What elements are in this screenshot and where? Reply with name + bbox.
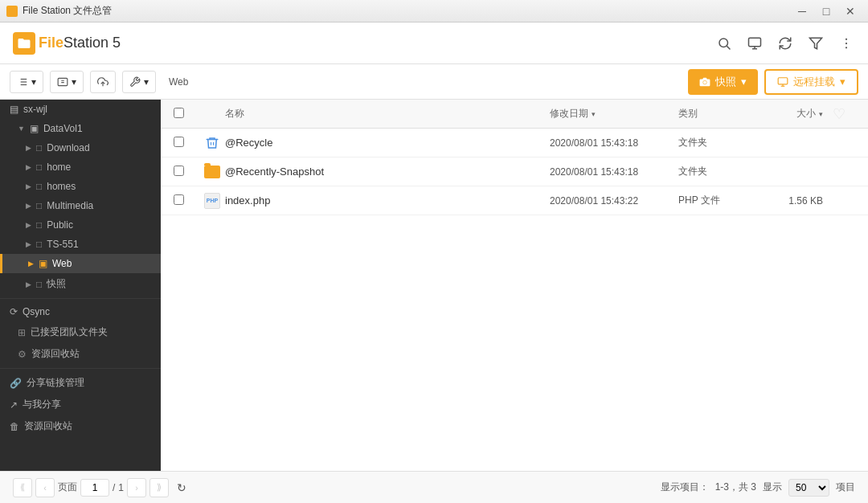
list-view-arrow: ▾: [31, 76, 36, 88]
public-arrow: ▶: [26, 221, 31, 229]
file-table-header: 名称 修改日期 ▾ 类别 大小 ▾ ♡: [161, 100, 868, 129]
more-icon[interactable]: [837, 35, 855, 52]
maximize-button[interactable]: □: [815, 3, 837, 19]
sidebar-item-qsync[interactable]: ⟳ Qsync: [0, 302, 161, 321]
filter-icon[interactable]: [807, 35, 825, 52]
row-check-2[interactable]: [174, 166, 199, 178]
sidebar-item-received[interactable]: ⊞ 已接受团队文件夹: [0, 321, 161, 343]
sidebar-item-qsync-recycle[interactable]: ⚙ 资源回收站: [0, 343, 161, 365]
sidebar-item-datavol1[interactable]: ▼ ▣ DataVol1: [0, 119, 161, 138]
row-checkbox-1[interactable]: [174, 137, 184, 147]
pagination-refresh-button[interactable]: ↻: [172, 478, 191, 497]
page-input[interactable]: [80, 479, 109, 497]
public-folder-icon: □: [36, 219, 42, 231]
remote-mount-arrow: ▾: [840, 76, 845, 88]
close-button[interactable]: ✕: [839, 3, 862, 19]
header-actions: [715, 35, 855, 52]
sidebar-item-public[interactable]: ▶ □ Public: [0, 215, 161, 235]
camera-icon: [699, 76, 710, 88]
sidebar-item-web[interactable]: ▶ ▣ Web: [0, 254, 161, 273]
row-check-3[interactable]: [174, 194, 199, 207]
titlebar-left: File Station 文件总管: [6, 4, 112, 18]
app-icon: [6, 6, 18, 17]
heart-icon[interactable]: ♡: [833, 105, 845, 123]
header-heart-col: ♡: [823, 105, 855, 123]
sharelink-icon: 🔗: [10, 378, 22, 389]
download-folder-icon: □: [36, 142, 42, 153]
sidebar-item-download[interactable]: ▶ □ Download: [0, 138, 161, 157]
list-view-button[interactable]: ▾: [10, 71, 43, 93]
remote-mount-button[interactable]: 远程挂载 ▾: [764, 69, 858, 95]
row-name-3[interactable]: index.php: [225, 194, 550, 207]
remote-icon: [777, 76, 788, 88]
sidebar-item-home[interactable]: ▶ □ home: [0, 157, 161, 177]
search-icon[interactable]: [715, 35, 733, 52]
row-date-3: 2020/08/01 15:43:22: [550, 195, 678, 207]
row-date-2: 2020/08/01 15:43:18: [550, 166, 678, 178]
homes-folder-icon: □: [36, 181, 42, 192]
toolbar-right: 快照 ▾ 远程挂载 ▾: [688, 69, 858, 95]
empty-space: [161, 215, 868, 471]
row-checkbox-2[interactable]: [174, 166, 184, 176]
quick-arrow: ▶: [26, 280, 31, 288]
logo-file: File: [39, 35, 63, 51]
footer: ⟪ ‹ 页面 / 1 › ⟫ ↻ 显示项目： 1-3，共 3 显示 50 25 …: [0, 471, 868, 503]
svg-point-0: [719, 39, 728, 47]
ts551-label: TS-551: [47, 239, 78, 250]
quick-snapshot-button[interactable]: 快照 ▾: [688, 69, 758, 95]
download-label: Download: [47, 142, 89, 153]
row-name-1[interactable]: @Recycle: [225, 137, 550, 149]
header-date[interactable]: 修改日期 ▾: [550, 107, 678, 121]
sidebar-item-homes[interactable]: ▶ □ homes: [0, 177, 161, 196]
sharelink-label: 分享链接管理: [27, 376, 84, 390]
select-all-checkbox[interactable]: [174, 108, 184, 118]
per-page-select[interactable]: 50 25 100: [788, 479, 829, 497]
create-arrow: ▾: [72, 76, 76, 88]
refresh-icon[interactable]: [776, 35, 794, 52]
prev-page-button[interactable]: ‹: [35, 478, 55, 497]
create-button[interactable]: ▾: [50, 71, 84, 93]
homes-arrow: ▶: [26, 182, 31, 190]
sidebar-item-multimedia[interactable]: ▶ □ Multimedia: [0, 196, 161, 215]
svg-point-8: [845, 47, 847, 48]
table-row: @Recycle 2020/08/01 15:43:18 文件夹: [161, 129, 868, 157]
logo-icon: [13, 32, 35, 55]
svg-point-17: [703, 80, 707, 84]
row-checkbox-3[interactable]: [174, 194, 184, 205]
header-name: 名称: [225, 107, 550, 121]
toolbar-left: ▾ ▾ ▾ Web: [10, 71, 188, 93]
sidebar: ▤ sx-wjl ▼ ▣ DataVol1 ▶ □ Download ▶ □ h…: [0, 100, 161, 471]
next-page-button[interactable]: ›: [127, 478, 146, 497]
row-check-1[interactable]: [174, 137, 199, 149]
web-arrow: ▶: [28, 260, 34, 268]
sidebar-item-sharelink[interactable]: 🔗 分享链接管理: [0, 372, 161, 394]
home-label: home: [47, 162, 71, 173]
sidebar-item-server[interactable]: ▤ sx-wjl: [0, 100, 161, 119]
sidebar-divider2: [0, 368, 161, 369]
display-icon[interactable]: [746, 35, 764, 52]
row-date-1: 2020/08/01 15:43:18: [550, 137, 678, 149]
titlebar-controls: ─ □ ✕: [791, 3, 862, 19]
header: FileStation 5: [0, 22, 868, 64]
qsync-icon: ⟳: [10, 306, 18, 317]
row-name-2[interactable]: @Recently-Snapshot: [225, 166, 550, 178]
quick-label: 快照: [47, 277, 66, 291]
first-page-button[interactable]: ⟪: [13, 478, 32, 497]
sidebar-item-quick[interactable]: ▶ □ 快照: [0, 273, 161, 295]
minimize-button[interactable]: ─: [791, 3, 813, 19]
sort-date-icon: ▾: [592, 110, 596, 118]
last-page-button[interactable]: ⟫: [149, 478, 169, 497]
pagination-refresh-icon: ↻: [177, 481, 186, 494]
tools-button[interactable]: ▾: [122, 71, 156, 93]
sidebar-item-ts551[interactable]: ▶ □ TS-551: [0, 235, 161, 254]
sidebar-item-trash[interactable]: 🗑 资源回收站: [0, 415, 161, 437]
datavol1-arrow: ▼: [18, 125, 25, 133]
header-check[interactable]: [174, 108, 199, 121]
sidebar-item-share[interactable]: ↗ 与我分享: [0, 394, 161, 415]
tools-arrow: ▾: [144, 76, 149, 88]
qsync-label: Qsync: [23, 306, 50, 317]
quick-snapshot-arrow: ▾: [741, 76, 747, 88]
upload-button[interactable]: [90, 71, 116, 93]
header-size[interactable]: 大小 ▾: [759, 107, 823, 121]
row-icon-3: PHP: [199, 193, 225, 209]
